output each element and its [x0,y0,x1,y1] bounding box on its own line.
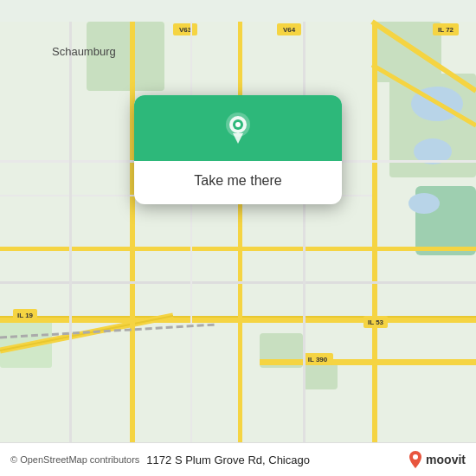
svg-rect-18 [130,22,135,454]
popup-body: Take me there [134,161,342,204]
svg-point-10 [408,193,440,214]
svg-rect-19 [238,22,242,454]
bottom-bar: © OpenStreetMap contributors 1172 S Plum… [0,442,476,476]
svg-text:IL 72: IL 72 [438,26,454,34]
city-label: Schaumburg [52,45,116,58]
popup-header [134,95,342,161]
svg-rect-23 [260,359,476,365]
moovit-pin-icon [407,450,424,469]
svg-text:IL 53: IL 53 [368,318,384,326]
svg-rect-20 [372,22,377,454]
moovit-text: moovit [426,453,466,466]
svg-point-44 [235,122,241,127]
svg-text:IL 19: IL 19 [17,312,34,319]
moovit-logo: moovit [407,450,466,469]
map-container: IL 19 IL 53 IL 390 V63 V64 IL 72 [0,0,476,476]
svg-rect-37 [69,22,72,454]
svg-rect-38 [190,22,192,454]
take-me-there-button[interactable]: Take me there [148,170,328,192]
address-label: 1172 S Plum Grove Rd, Chicago [146,453,407,466]
svg-point-46 [413,454,418,460]
popup-tail [229,203,247,204]
map-svg: IL 19 IL 53 IL 390 V63 V64 IL 72 [0,0,476,476]
svg-marker-45 [233,133,243,144]
location-pin-icon [219,111,257,149]
attribution: © OpenStreetMap contributors [10,454,139,465]
svg-rect-39 [303,22,306,454]
location-popup: Take me there [134,95,342,204]
svg-text:V63: V63 [179,26,192,34]
svg-text:IL 390: IL 390 [308,356,328,363]
svg-text:V64: V64 [283,26,296,34]
